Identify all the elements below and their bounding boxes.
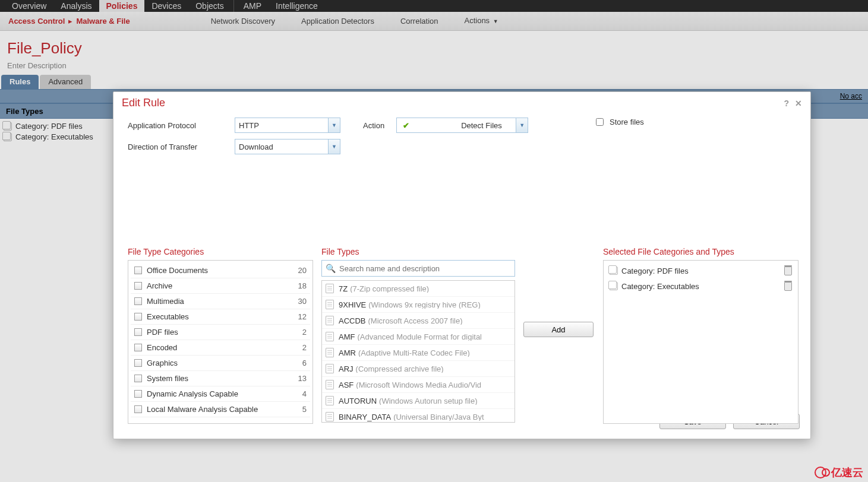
watermark: 亿速云 xyxy=(815,465,863,480)
label-action: Action xyxy=(363,121,384,130)
category-count: 2 xyxy=(291,328,307,337)
file-icon xyxy=(326,412,334,421)
file-type-name: 9XHIVE xyxy=(339,301,366,309)
category-label: Archive xyxy=(147,281,291,290)
document-icon xyxy=(610,267,618,275)
search-container: 🔍 xyxy=(321,260,515,277)
direction-value: Download xyxy=(235,142,328,151)
checkbox-icon[interactable] xyxy=(134,405,142,413)
file-type-desc: (Adaptive Multi-Rate Codec File) xyxy=(358,349,470,357)
checkbox-icon[interactable] xyxy=(134,359,142,367)
category-row[interactable]: PDF files2 xyxy=(131,325,310,340)
category-row[interactable]: Graphics6 xyxy=(131,356,310,371)
file-type-row[interactable]: AMR (Adaptive Multi-Rate Codec File) xyxy=(322,345,515,361)
category-row[interactable]: Office Documents20 xyxy=(131,263,310,278)
file-type-name: ASF xyxy=(339,381,353,389)
panel-file-types: File Types 🔍 7Z (7-Zip compressed file)9… xyxy=(321,247,515,408)
panel-types-title: File Types xyxy=(321,247,515,256)
file-types-list[interactable]: 7Z (7-Zip compressed file)9XHIVE (Window… xyxy=(321,280,515,423)
category-row[interactable]: Encoded2 xyxy=(131,340,310,356)
file-type-desc: (Windows Autorun setup file) xyxy=(379,397,477,405)
checkbox-icon[interactable] xyxy=(134,390,142,398)
dialog-titlebar: Edit Rule ? ✕ xyxy=(113,92,810,115)
file-type-desc: (Windows 9x registry hive (REG) xyxy=(368,301,481,309)
category-row[interactable]: System files13 xyxy=(131,371,310,386)
label-direction: Direction of Transfer xyxy=(128,142,235,151)
file-type-name: 7Z xyxy=(339,285,348,293)
categories-list: Office Documents20Archive18Multimedia30E… xyxy=(128,260,313,424)
store-files-checkbox[interactable] xyxy=(596,118,604,126)
dialog-body: Application Protocol HTTP ▼ Direction of… xyxy=(113,115,810,408)
app-protocol-value: HTTP xyxy=(235,121,328,130)
file-type-row[interactable]: AMF (Advanced Module Format for digital xyxy=(322,329,515,345)
file-type-desc: (7-Zip compressed file) xyxy=(350,285,429,293)
checkbox-icon[interactable] xyxy=(134,282,142,290)
file-type-row[interactable]: BINARY_DATA (Universal Binary/Java Byt xyxy=(322,409,515,423)
file-icon xyxy=(326,332,334,341)
direction-select[interactable]: Download ▼ xyxy=(235,139,340,154)
file-type-row[interactable]: AUTORUN (Windows Autorun setup file) xyxy=(322,393,515,409)
category-row[interactable]: Dynamic Analysis Capable4 xyxy=(131,386,310,402)
file-type-name: AUTORUN xyxy=(339,397,377,405)
file-type-row[interactable]: 9XHIVE (Windows 9x registry hive (REG) xyxy=(322,297,515,313)
search-input[interactable] xyxy=(339,264,511,273)
category-count: 6 xyxy=(291,359,307,367)
category-label: Encoded xyxy=(147,343,291,352)
category-count: 20 xyxy=(291,266,307,275)
trash-icon[interactable] xyxy=(784,267,792,275)
category-count: 2 xyxy=(291,343,307,352)
file-type-row[interactable]: ASF (Microsoft Windows Media Audio/Vid xyxy=(322,377,515,393)
category-row[interactable]: Multimedia30 xyxy=(131,294,310,309)
file-icon xyxy=(326,316,334,325)
checkbox-icon[interactable] xyxy=(134,267,142,274)
category-label: Local Malware Analysis Capable xyxy=(147,405,291,414)
category-label: System files xyxy=(147,374,291,383)
checkbox-icon[interactable] xyxy=(134,375,142,382)
file-icon xyxy=(326,396,334,405)
category-row[interactable]: Archive18 xyxy=(131,278,310,294)
category-label: Multimedia xyxy=(147,297,291,306)
file-type-desc: (Compressed archive file) xyxy=(356,365,444,373)
trash-icon[interactable] xyxy=(784,282,792,291)
selected-row: Category: PDF files xyxy=(606,263,796,278)
label-app-protocol: Application Protocol xyxy=(128,121,235,130)
action-value: Detect Files xyxy=(457,121,516,130)
file-type-row[interactable]: 7Z (7-Zip compressed file) xyxy=(322,281,515,297)
chevron-down-icon: ▼ xyxy=(328,139,340,154)
category-row[interactable]: Executables12 xyxy=(131,309,310,325)
file-type-desc: (Microsoft Access 2007 file) xyxy=(368,317,463,325)
file-type-row[interactable]: ARJ (Compressed archive file) xyxy=(322,361,515,377)
search-icon: 🔍 xyxy=(326,264,336,273)
help-icon[interactable]: ? xyxy=(784,99,789,108)
file-icon xyxy=(326,284,334,293)
file-type-desc: (Microsoft Windows Media Audio/Vid xyxy=(356,381,481,389)
checkbox-icon[interactable] xyxy=(134,313,142,321)
checkbox-icon[interactable] xyxy=(134,344,142,351)
app-protocol-select[interactable]: HTTP ▼ xyxy=(235,118,340,133)
check-icon: ✔ xyxy=(399,121,457,129)
panel-add: Add xyxy=(523,247,595,408)
category-label: PDF files xyxy=(147,328,291,337)
dialog-title: Edit Rule xyxy=(122,97,778,109)
category-row[interactable]: Local Malware Analysis Capable5 xyxy=(131,402,310,417)
category-count: 5 xyxy=(291,405,307,414)
file-type-name: AMF xyxy=(339,333,355,341)
checkbox-icon[interactable] xyxy=(134,328,142,336)
file-type-row[interactable]: ACCDB (Microsoft Access 2007 file) xyxy=(322,313,515,329)
file-type-name: ARJ xyxy=(339,365,353,373)
selected-list: Category: PDF filesCategory: Executables xyxy=(603,260,798,424)
add-button[interactable]: Add xyxy=(523,322,594,337)
panel-categories: File Type Categories Office Documents20A… xyxy=(128,247,313,408)
action-select[interactable]: ✔ Detect Files ▼ xyxy=(396,118,528,133)
category-count: 30 xyxy=(291,297,307,306)
file-type-name: AMR xyxy=(339,349,356,357)
file-icon xyxy=(326,364,334,373)
category-count: 4 xyxy=(291,389,307,398)
close-icon[interactable]: ✕ xyxy=(795,99,802,108)
row-direction: Direction of Transfer Download ▼ xyxy=(128,139,798,154)
panel-selected: Selected File Categories and Types Categ… xyxy=(603,247,798,408)
panel-selected-title: Selected File Categories and Types xyxy=(603,247,798,256)
file-type-name: BINARY_DATA xyxy=(339,413,391,421)
panels-container: File Type Categories Office Documents20A… xyxy=(128,247,798,408)
checkbox-icon[interactable] xyxy=(134,297,142,305)
